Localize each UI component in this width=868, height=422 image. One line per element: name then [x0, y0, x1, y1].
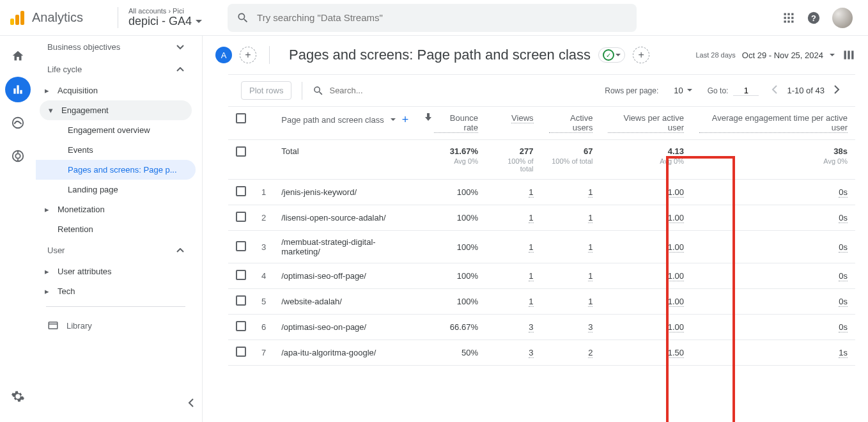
row-aet: 0s: [692, 289, 855, 315]
row-path[interactable]: /optimasi-seo-on-page/: [274, 315, 417, 340]
rail-reports[interactable]: [5, 77, 31, 102]
rows-per-page-select[interactable]: 10: [674, 86, 692, 95]
row-aet: 0s: [692, 315, 855, 340]
caret-down-icon: [830, 54, 835, 57]
property-name[interactable]: depici - GA4: [128, 15, 202, 28]
table-search[interactable]: [313, 85, 444, 97]
row-views: 1: [486, 205, 541, 231]
sidebar-item-engagement[interactable]: ▾Engagement: [40, 100, 192, 120]
add-comparison-button[interactable]: +: [240, 47, 256, 63]
svg-rect-6: [784, 20, 786, 22]
sidebar-item-monetization[interactable]: ▸Monetization: [36, 199, 196, 219]
row-views: 1: [486, 231, 541, 263]
brand-name: Analytics: [32, 10, 83, 25]
rail-advertising[interactable]: [5, 143, 31, 169]
global-search[interactable]: [228, 4, 637, 32]
pager-next[interactable]: [831, 82, 842, 98]
account-selector[interactable]: All accounts › Pici depici - GA4: [118, 7, 202, 28]
row-checkbox[interactable]: [236, 321, 246, 331]
help-icon[interactable]: ?: [807, 11, 821, 25]
row-vpau: 1.00: [600, 263, 692, 289]
sidebar-group-business[interactable]: Business objectives: [36, 36, 196, 58]
sidebar-group-user[interactable]: User: [36, 239, 196, 262]
sidebar-item-landing[interactable]: Landing page: [36, 180, 196, 199]
col-active-users[interactable]: Active users: [541, 107, 601, 140]
svg-rect-3: [784, 17, 786, 19]
row-checkbox[interactable]: [236, 146, 246, 157]
select-all-checkbox[interactable]: [236, 113, 246, 123]
row-bounce: 100%: [417, 205, 486, 231]
sidebar-item-pages-screens[interactable]: Pages and screens: Page p...: [36, 160, 196, 180]
date-range-picker[interactable]: Last 28 days Oct 29 - Nov 25, 2024: [695, 51, 835, 60]
app-header: Analytics All accounts › Pici depici - G…: [0, 0, 868, 36]
row-index: 5: [254, 289, 274, 315]
add-dimension-button[interactable]: +: [402, 113, 409, 127]
goto-page-input[interactable]: [733, 86, 759, 96]
row-path[interactable]: /apa-itu-algoritma-google/: [274, 340, 417, 366]
row-path[interactable]: /jenis-jenis-keyword/: [274, 180, 417, 205]
row-bounce: 66.67%: [417, 315, 486, 340]
sidebar-library[interactable]: Library: [36, 312, 196, 339]
row-vpau: 1.00: [600, 231, 692, 263]
search-input[interactable]: [257, 12, 628, 23]
dimension-header[interactable]: Page path and screen class +: [274, 107, 417, 140]
add-filter-button[interactable]: +: [633, 47, 649, 63]
row-checkbox[interactable]: [236, 186, 246, 196]
sidebar-item-user-attributes[interactable]: ▸User attributes: [36, 262, 196, 281]
chevron-up-icon: [176, 67, 184, 72]
col-views[interactable]: Views: [486, 107, 541, 140]
user-avatar[interactable]: [832, 8, 853, 28]
row-views: 3: [486, 340, 541, 366]
svg-rect-19: [848, 51, 849, 59]
plot-rows-button[interactable]: Plot rows: [241, 81, 291, 100]
row-bounce: 100%: [417, 231, 486, 263]
rail-explore[interactable]: [5, 110, 31, 136]
row-aet: 0s: [692, 231, 855, 263]
sidebar-item-retention[interactable]: ▸Retention: [36, 219, 196, 239]
sidebar-item-acquisition[interactable]: ▸Acquisition: [36, 81, 196, 100]
sidebar-item-tech[interactable]: ▸Tech: [36, 281, 196, 301]
row-vpau: 1.00: [600, 180, 692, 205]
customize-report-icon[interactable]: [842, 49, 855, 61]
rail-admin[interactable]: [5, 384, 31, 409]
col-avg-engagement[interactable]: Average engagement time per active user: [692, 107, 855, 140]
main-content: A + Pages and screens: Page path and scr…: [202, 36, 868, 422]
row-index: 2: [254, 205, 274, 231]
sidebar-item-events[interactable]: Events: [36, 140, 196, 160]
chevron-left-icon: [188, 398, 194, 407]
row-path[interactable]: /lisensi-open-source-adalah/: [274, 205, 417, 231]
sidebar-item-engagement-overview[interactable]: Engagement overview: [36, 120, 196, 140]
search-icon: [236, 12, 249, 24]
row-index: 7: [254, 340, 274, 366]
caret-down-icon: [616, 54, 621, 57]
pager-prev[interactable]: [769, 82, 780, 98]
nav-rail: [0, 36, 36, 422]
svg-rect-17: [49, 322, 58, 329]
header-icons: ?: [782, 8, 858, 28]
caret-down-icon: [196, 20, 202, 24]
table-row: 2 /lisensi-open-source-adalah/ 100% 1 1 …: [228, 205, 855, 231]
row-checkbox[interactable]: [236, 212, 246, 222]
row-active: 1: [541, 263, 601, 289]
sidebar-collapse-button[interactable]: [188, 398, 194, 409]
row-checkbox[interactable]: [236, 270, 246, 280]
table-search-input[interactable]: [329, 86, 444, 95]
report-status-pill[interactable]: ✓: [598, 47, 625, 63]
col-views-per-user[interactable]: Views per active user: [600, 107, 692, 140]
row-checkbox[interactable]: [236, 347, 246, 357]
row-path[interactable]: /website-adalah/: [274, 289, 417, 315]
svg-rect-0: [784, 13, 786, 15]
row-bounce: 100%: [417, 263, 486, 289]
rail-home[interactable]: [5, 43, 31, 69]
apps-icon[interactable]: [782, 12, 795, 24]
row-path[interactable]: /membuat-strategi-digital-marketing/: [274, 231, 417, 263]
row-checkbox[interactable]: [236, 241, 246, 251]
row-path[interactable]: /optimasi-seo-off-page/: [274, 263, 417, 289]
audience-badge[interactable]: A: [215, 47, 232, 63]
row-checkbox[interactable]: [236, 295, 246, 306]
sidebar-group-lifecycle[interactable]: Life cycle: [36, 58, 196, 81]
table-row: 5 /website-adalah/ 100% 1 1 1.00 0s: [228, 289, 855, 315]
col-bounce-rate[interactable]: Bounce rate: [417, 107, 486, 140]
table-row: 4 /optimasi-seo-off-page/ 100% 1 1 1.00 …: [228, 263, 855, 289]
caret-down-icon[interactable]: [391, 118, 396, 121]
